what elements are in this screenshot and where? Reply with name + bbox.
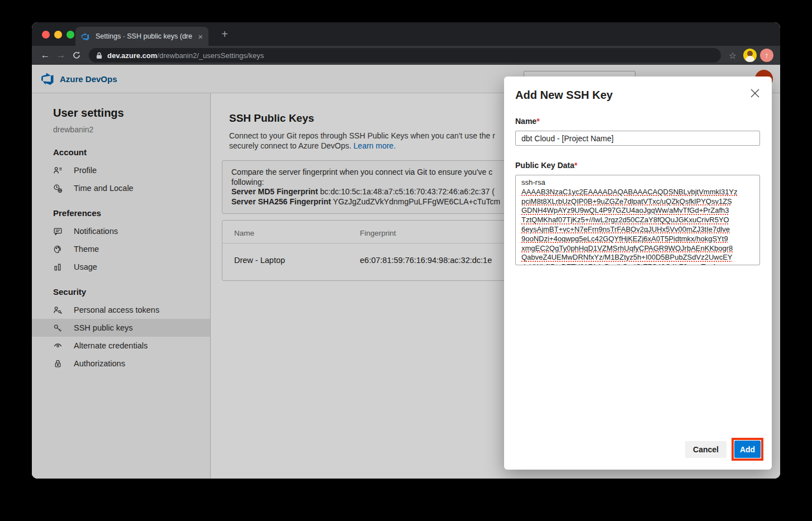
back-icon[interactable]: ← [37,50,53,61]
add-button[interactable]: Add [734,441,761,458]
lock-icon [96,52,102,59]
name-field-label: Name* [515,117,761,126]
tab-title: Settings · SSH public keys (dre [96,32,193,40]
close-window-button[interactable] [42,31,50,39]
maximize-window-button[interactable] [67,31,74,39]
azure-devops-favicon [81,32,91,41]
minimize-window-button[interactable] [54,31,62,39]
address-bar[interactable]: dev.azure.com/drewbanin2/_usersSettings/… [89,48,721,63]
chrome-update-icon[interactable]: ↑ [760,49,773,62]
required-marker: * [574,161,577,170]
modal-title: Add New SSH Key [515,89,761,102]
new-tab-button[interactable]: + [217,27,232,42]
tab-close-icon[interactable]: × [198,32,203,41]
url-host: dev.azure.com [107,51,157,60]
reload-icon[interactable] [69,51,84,60]
modal-actions: Cancel Add [685,438,763,461]
traffic-lights [42,31,74,39]
url-path: /drewbanin2/_usersSettings/keys [157,51,264,60]
annotation-highlight-box: Add [732,438,763,461]
required-marker: * [536,117,539,126]
browser-profile-avatar[interactable] [743,49,757,62]
cancel-button[interactable]: Cancel [685,441,726,458]
name-input[interactable] [515,131,760,146]
browser-tab-strip: Settings · SSH public keys (dre × + [32,22,780,46]
browser-window: Settings · SSH public keys (dre × + ← → … [32,22,780,479]
public-key-data-textarea[interactable]: ssh-rsa AAAAB3NzaC1yc2EAAAADAQABAAACAQDS… [515,175,760,265]
forward-icon[interactable]: → [53,50,69,61]
browser-tab[interactable]: Settings · SSH public keys (dre × [75,27,208,46]
public-key-data-label: Public Key Data* [515,161,761,170]
browser-toolbar: ← → dev.azure.com/drewbanin2/_usersSetti… [32,46,780,65]
url-text: dev.azure.com/drewbanin2/_usersSettings/… [107,51,264,60]
bookmark-star-icon[interactable]: ☆ [725,50,740,61]
modal-close-icon[interactable] [750,88,760,98]
add-ssh-key-modal: Add New SSH Key Name* Public Key Data* s… [504,77,772,470]
